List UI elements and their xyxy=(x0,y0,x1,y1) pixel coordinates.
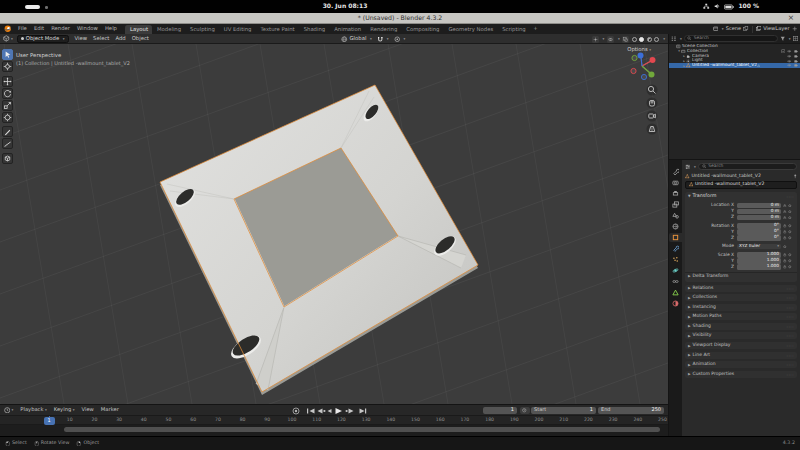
panel-relations[interactable]: ▶Relations:::: xyxy=(685,285,797,292)
pin-icon[interactable] xyxy=(793,174,798,179)
properties-tab-view-layer[interactable] xyxy=(669,200,682,209)
current-frame-indicator[interactable]: 1 xyxy=(44,417,55,425)
shading-rendered-icon[interactable] xyxy=(654,37,659,42)
properties-tab-world[interactable] xyxy=(669,222,682,231)
new-scene-icon[interactable] xyxy=(743,26,749,32)
camera-view-icon[interactable] xyxy=(647,111,658,122)
cam-restrict-icon[interactable] xyxy=(794,63,799,68)
tab-scripting[interactable]: Scripting xyxy=(498,25,531,34)
lock-icon[interactable] xyxy=(783,204,787,208)
menu-render[interactable]: Render xyxy=(48,24,74,34)
number-field[interactable]: 1.000 xyxy=(737,252,781,257)
timeline-menu-keying[interactable]: Keying▾ xyxy=(50,407,78,413)
tab-compositing[interactable]: Compositing xyxy=(402,25,444,34)
tool-select-box[interactable] xyxy=(2,49,13,60)
panel-animation[interactable]: ▶Animation:::: xyxy=(685,361,797,368)
tab-sculpting[interactable]: Sculpting xyxy=(186,25,220,34)
blender-logo-icon[interactable] xyxy=(4,25,12,33)
number-field[interactable]: 0° xyxy=(737,223,781,228)
timeline-menu-view[interactable]: View xyxy=(78,407,97,413)
animate-decorator-icon[interactable] xyxy=(788,259,792,263)
snap-magnet-icon[interactable] xyxy=(377,36,384,43)
outliner-row-untitled-wallmount-tablet-v2[interactable]: ▸Untitled -wallmount_tablet_V2 xyxy=(669,63,800,68)
panel-motion-paths[interactable]: ▶Motion Paths:::: xyxy=(685,313,797,320)
animate-decorator-icon[interactable] xyxy=(788,216,792,220)
animate-decorator-icon[interactable] xyxy=(783,245,787,249)
object-name-field[interactable]: Untitled -wallmount_tablet_V2 xyxy=(685,181,797,189)
panel-line-art[interactable]: ▶Line Art:::: xyxy=(685,352,797,359)
properties-tab-tool[interactable] xyxy=(669,167,682,176)
animate-decorator-icon[interactable] xyxy=(788,224,792,228)
mode-selector[interactable]: Object Mode ▾ xyxy=(17,35,69,43)
model-wallmount-plate[interactable] xyxy=(160,85,478,395)
outliner-editor-icon[interactable] xyxy=(671,36,677,42)
lock-icon[interactable] xyxy=(783,236,787,240)
properties-tab-particles[interactable] xyxy=(669,255,682,264)
orientation-selector[interactable]: Global xyxy=(350,36,367,42)
window-title-bar[interactable]: * (Unsaved) - Blender 4.3.2 × xyxy=(0,13,800,24)
overlays-icon[interactable] xyxy=(607,36,614,43)
tool-add-cube[interactable] xyxy=(2,153,13,164)
outliner-search-input[interactable]: Search xyxy=(684,35,778,42)
checkbox-icon[interactable] xyxy=(781,49,786,54)
use-preview-range-icon[interactable] xyxy=(520,407,530,415)
tab-modeling[interactable]: Modeling xyxy=(152,25,185,34)
auto-keying-icon[interactable] xyxy=(292,407,300,415)
add-workspace-button[interactable]: + xyxy=(530,26,540,32)
menu-help[interactable]: Help xyxy=(101,24,120,34)
properties-tab-constraints[interactable] xyxy=(669,277,682,286)
panel-viewport-display[interactable]: ▶Viewport Display:::: xyxy=(685,342,797,349)
animate-decorator-icon[interactable] xyxy=(788,236,792,240)
editor-type-3d-icon[interactable]: ▾ xyxy=(3,35,13,42)
zoom-icon[interactable] xyxy=(647,85,658,96)
properties-search-input[interactable]: Search xyxy=(698,163,797,170)
scrollbar-thumb[interactable] xyxy=(64,427,660,432)
number-field[interactable]: 0° xyxy=(737,229,781,234)
filter-funnel-icon[interactable] xyxy=(780,36,786,42)
tool-annotate[interactable] xyxy=(2,126,13,137)
timeline-menu-marker[interactable]: Marker xyxy=(97,407,122,413)
properties-tab-data[interactable] xyxy=(669,288,682,297)
viewport-menu-view[interactable]: View xyxy=(72,36,91,42)
tab-uv-editing[interactable]: UV Editing xyxy=(219,25,256,34)
properties-tab-physics[interactable] xyxy=(669,266,682,275)
animate-decorator-icon[interactable] xyxy=(788,265,792,269)
menu-window[interactable]: Window xyxy=(74,24,102,34)
shading-solid-icon[interactable] xyxy=(639,37,644,42)
animate-decorator-icon[interactable] xyxy=(788,204,792,208)
number-field[interactable]: 0 m xyxy=(737,203,781,208)
lock-icon[interactable] xyxy=(783,210,787,214)
viewport-canvas[interactable] xyxy=(0,44,668,404)
viewport-menu-add[interactable]: Add xyxy=(112,36,128,42)
current-frame-field[interactable]: 1 xyxy=(483,407,517,415)
properties-tab-render[interactable] xyxy=(669,178,682,187)
tab-layout[interactable]: Layout xyxy=(125,25,152,34)
properties-tab-modifiers[interactable] xyxy=(669,244,682,253)
timeline-ruler[interactable]: 1 10203040506070809010011012013014015016… xyxy=(0,416,668,425)
shading-material-icon[interactable] xyxy=(647,37,652,42)
tool-transform[interactable] xyxy=(2,112,13,123)
tool-move[interactable] xyxy=(2,76,13,87)
shading-wireframe-icon[interactable] xyxy=(632,37,637,42)
animate-decorator-icon[interactable] xyxy=(788,210,792,214)
properties-tab-output[interactable] xyxy=(669,189,682,198)
tool-scale[interactable] xyxy=(2,100,13,111)
show-gizmo-icon[interactable] xyxy=(592,36,599,43)
panel-visibility[interactable]: ▶Visibility:::: xyxy=(685,332,797,339)
lock-icon[interactable] xyxy=(783,265,787,269)
pan-hand-icon[interactable] xyxy=(647,98,658,109)
properties-tab-material[interactable] xyxy=(669,299,682,308)
tab-shading[interactable]: Shading xyxy=(299,25,330,34)
timeline-menu-playback[interactable]: Playback▾ xyxy=(17,407,50,413)
mode-dropdown[interactable]: XYZ Euler▾ xyxy=(737,244,781,249)
lock-icon[interactable] xyxy=(783,216,787,220)
transform-panel-header[interactable]: ▼ Transform :::: xyxy=(685,192,797,200)
lock-icon[interactable] xyxy=(783,230,787,234)
xray-icon[interactable] xyxy=(622,36,629,43)
viewport-3d[interactable]: User Perspective (1) Collection | Untitl… xyxy=(0,44,668,404)
panel-shading[interactable]: ▶Shading:::: xyxy=(685,323,797,330)
tool-rotate[interactable] xyxy=(2,88,13,99)
number-field[interactable]: 0 m xyxy=(737,209,781,214)
frame-start-field[interactable]: Start1 xyxy=(531,407,596,415)
new-viewlayer-icon[interactable] xyxy=(792,26,798,32)
